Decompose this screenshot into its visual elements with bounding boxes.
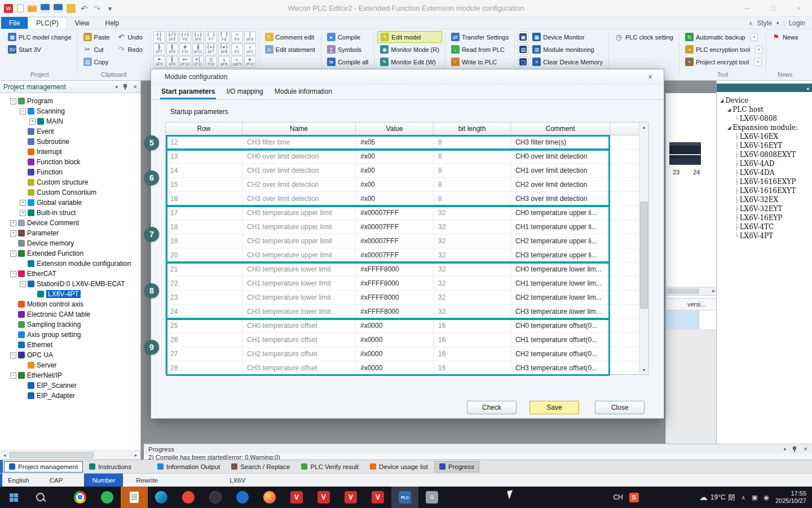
- collapse-up-icon[interactable]: ▴: [806, 85, 809, 91]
- ribbon-device-monitor-button[interactable]: ▦Device Monitor: [529, 31, 587, 43]
- lock-mini-icon[interactable]: +: [755, 46, 763, 54]
- horizontal-scrollbar[interactable]: ◂ ▸: [0, 450, 140, 459]
- ladder-cf11-button[interactable]: ×│cF11: [192, 56, 204, 68]
- tree-item-opc-ua[interactable]: −OPC UA: [0, 350, 140, 360]
- ladder-sf5-button[interactable]: ┤/├sF5: [166, 31, 178, 43]
- expand-toggle[interactable]: +: [10, 230, 16, 237]
- start-button[interactable]: [0, 487, 27, 508]
- close-button[interactable]: ×: [786, 0, 812, 16]
- table-row[interactable]: 18CH1 temperature upper limit#x00007FFF3…: [166, 220, 648, 234]
- ladder-cf12-button[interactable]: ≡cF12: [244, 56, 256, 68]
- device-item-expansion-module[interactable]: ◢Expansion module:: [720, 123, 812, 132]
- tree-item-scanning[interactable]: −Scanning: [0, 106, 140, 116]
- ribbon-plc-model-change-button[interactable]: ▦PLC model change: [5, 31, 74, 43]
- tree-item-subroutine[interactable]: Subroutine: [0, 137, 140, 147]
- device-item-lx6v-1616exyp[interactable]: ├LX6V-1616EXYP: [720, 177, 812, 186]
- ladder-af8-button[interactable]: ┤≠├aF8: [218, 43, 230, 55]
- device-item-plc-host[interactable]: ◢PLC host: [720, 105, 812, 114]
- bottom-tab-device-usage-list[interactable]: Device usage list: [365, 461, 433, 472]
- tree-item-extended-function[interactable]: −Extended Function: [0, 248, 140, 259]
- red-v-icon[interactable]: V: [310, 487, 337, 508]
- dark-app-icon[interactable]: [202, 487, 229, 508]
- table-row[interactable]: 16CH3 over limit detection#x008CH3 over …: [166, 192, 648, 206]
- export-icon[interactable]: [67, 4, 76, 13]
- table-row[interactable]: 28CH3 temperature offset#x000016CH3 temp…: [166, 361, 648, 375]
- expand-toggle[interactable]: +: [20, 200, 26, 206]
- red-v-icon[interactable]: V: [283, 487, 310, 508]
- notes-app-icon[interactable]: ≡: [418, 487, 445, 508]
- ribbon-comment-edit-button[interactable]: ✎Comment edit: [262, 31, 318, 43]
- collapse-toggle[interactable]: −: [10, 251, 16, 257]
- device-item-lx6v-4da[interactable]: ├LX6V-4DA: [720, 168, 812, 177]
- close-icon[interactable]: ×: [804, 445, 807, 453]
- device-item-lx6v-16ex[interactable]: ├LX6V-16EX: [720, 132, 812, 141]
- app-logo-icon[interactable]: W: [4, 4, 13, 13]
- status-number[interactable]: Number: [84, 474, 123, 487]
- undo-icon[interactable]: ↶: [80, 4, 89, 13]
- expand-toggle[interactable]: +: [29, 119, 36, 125]
- lock2-mini-icon[interactable]: +: [754, 58, 762, 66]
- expand-toggle[interactable]: +: [20, 210, 26, 216]
- search-icon[interactable]: [27, 487, 54, 508]
- ribbon-symbols-button[interactable]: ∑Symbols: [324, 43, 371, 55]
- ribbon-edit-statement-button[interactable]: ≡Edit statement: [262, 43, 318, 55]
- column-header-bit-length[interactable]: bit length: [434, 122, 511, 135]
- ribbon-compile-all-button[interactable]: ≫Compile all: [324, 56, 371, 68]
- close-icon[interactable]: ×: [133, 83, 137, 91]
- tree-item-custom-consortium[interactable]: Custom Consortium: [0, 187, 140, 198]
- red-v-icon[interactable]: V: [337, 487, 364, 508]
- table-row[interactable]: 13CH0 over limit detection#x008CH0 over …: [166, 150, 648, 164]
- device-item-lx6v-16eyt[interactable]: ├LX6V-16EYT: [720, 141, 812, 150]
- dialog-tab-module-information[interactable]: Module information: [273, 85, 333, 99]
- tree-item-motion-control-axis[interactable]: Motion control axis: [0, 299, 140, 309]
- status-english[interactable]: English: [8, 477, 29, 484]
- tree-item-function-block[interactable]: Function block: [0, 157, 140, 167]
- tray-expand-icon[interactable]: ∧: [742, 494, 745, 501]
- ribbon-copy-button[interactable]: ▥Copy: [81, 56, 113, 68]
- device-item-lx6v-4tc[interactable]: ├LX6V-4TC: [720, 222, 812, 231]
- ladder-cf2-button[interactable]: ↓cF2: [244, 43, 256, 55]
- tree-item-main[interactable]: +MAIN: [0, 116, 140, 126]
- firefox-icon[interactable]: [256, 487, 283, 508]
- status-rewrite[interactable]: Rewrite: [136, 477, 158, 484]
- ribbon-edit-model-button[interactable]: ✎Edit model: [377, 31, 442, 43]
- dialog-tab-i-o-mapping[interactable]: I/O mapping: [225, 85, 264, 99]
- tray-app-icon[interactable]: ▣: [752, 494, 757, 501]
- table-row[interactable]: 21CH0 temperature lower limit#xFFFF80003…: [166, 262, 648, 277]
- tree-item-event[interactable]: Event: [0, 126, 140, 137]
- device-item-lx6v-32ex[interactable]: ├LX6V-32EX: [720, 195, 812, 204]
- edge-icon[interactable]: [148, 487, 175, 508]
- tree-item-device-comment[interactable]: +Device Comment: [0, 218, 140, 228]
- ladder-f5-button[interactable]: ┤├F5: [153, 31, 165, 43]
- column-header-value[interactable]: Value: [356, 122, 434, 135]
- ribbon-clear-device-memory-button[interactable]: ×Clear Device Memory: [529, 56, 606, 68]
- bottom-tab-plc-verify-result[interactable]: PLC Verify result: [296, 461, 364, 472]
- tree-item-stationid-0-lx6v-emb-ecat[interactable]: −StationID:0 LX6V-EMB-ECAT: [0, 279, 140, 289]
- scrollbar-thumb[interactable]: [9, 452, 94, 458]
- scroll-right-icon[interactable]: ▸: [712, 288, 715, 294]
- ladder-sf7-button[interactable]: ╟sF7: [153, 43, 165, 55]
- style-menu[interactable]: Style: [757, 19, 772, 27]
- device-item-lx6v-1616exyt[interactable]: ├LX6V-1616EXYT: [720, 186, 812, 195]
- weather-widget[interactable]: ☁ 19°C 阴: [699, 492, 735, 502]
- collapse-toggle[interactable]: −: [20, 281, 26, 287]
- scroll-right-icon[interactable]: ▸: [131, 451, 140, 459]
- check-button[interactable]: Check: [467, 401, 517, 414]
- tree-item-electronic-cam-table[interactable]: Electronic CAM table: [0, 309, 140, 319]
- tree-item-device-memory[interactable]: Device memory: [0, 238, 140, 248]
- ladder-f11-button[interactable]: ╪F11: [179, 43, 191, 55]
- ladder-f7-button[interactable]: ( )F7: [205, 31, 217, 43]
- table-row[interactable]: 19CH2 temperature upper limit#x00007FFF3…: [166, 234, 648, 248]
- collapse-toggle[interactable]: −: [10, 373, 16, 379]
- expanded-icon[interactable]: ◢: [727, 107, 731, 112]
- tree-item-program[interactable]: −Program: [0, 96, 140, 106]
- ladder-cf10-button[interactable]: ×─cF10: [179, 56, 191, 68]
- ribbon-plc-clock-setting-button[interactable]: ◷PLC clock setting: [612, 31, 676, 43]
- table-row[interactable]: [666, 310, 717, 330]
- save-button[interactable]: Save: [529, 401, 579, 414]
- table-row[interactable]: 17CH0 temperature upper limit#x00007FFF3…: [166, 206, 648, 220]
- horizontal-scrollbar[interactable]: ▸: [666, 287, 717, 296]
- tree-item-ethernet-ip[interactable]: −EtherNet/IP: [0, 370, 140, 380]
- menu-tab-file[interactable]: File: [1, 17, 28, 29]
- tree-item-eip-adapter[interactable]: EIP_Adapter: [0, 391, 140, 401]
